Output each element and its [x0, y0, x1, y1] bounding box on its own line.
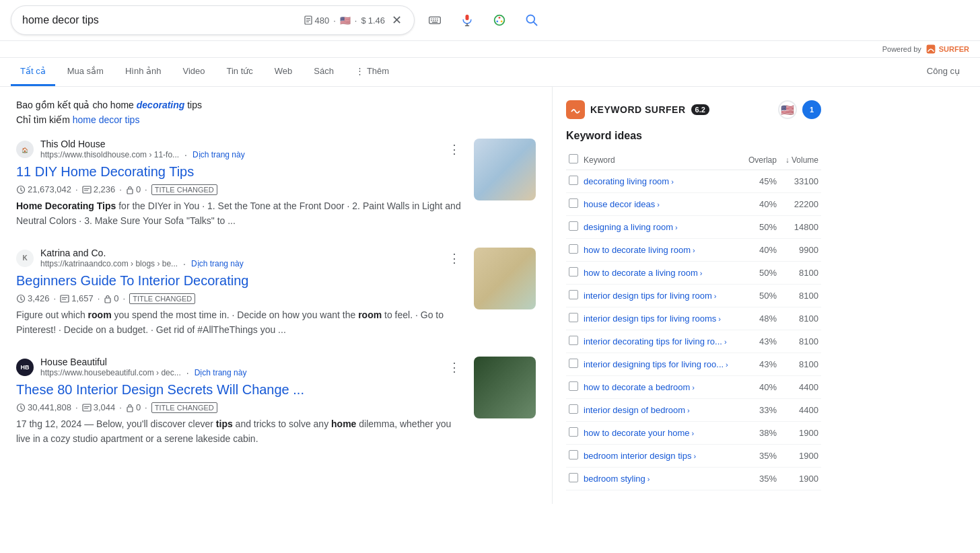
kw-checkbox-1[interactable]: [569, 198, 578, 208]
kw-link-10[interactable]: interior design of bedroom ›: [584, 405, 740, 415]
kw-overlap-1: 40%: [743, 193, 779, 216]
kw-row-text-1: house decor ideas ›: [581, 193, 743, 216]
result-2-lock: 0: [104, 293, 118, 303]
kw-chevron-icon-13: ›: [648, 475, 650, 483]
kw-checkbox-9[interactable]: [569, 381, 578, 391]
keyboard-icon-button[interactable]: [423, 8, 447, 32]
dot-separator-2: ·: [355, 15, 357, 26]
result-3-translate[interactable]: Dịch trang này: [195, 368, 247, 377]
select-all-checkbox[interactable]: [569, 154, 578, 163]
kw-checkbox-2[interactable]: [569, 221, 578, 231]
result-1-favicon: 🏠: [16, 141, 34, 158]
tab-books[interactable]: Sách: [304, 58, 343, 86]
result-3-words: 3,044: [82, 402, 116, 412]
kw-link-11[interactable]: how to decorate your home ›: [584, 428, 740, 438]
svg-rect-32: [61, 295, 69, 302]
col-overlap-header[interactable]: Overlap: [743, 150, 779, 170]
kw-link-12[interactable]: bedroom interior design tips ›: [584, 451, 740, 461]
result-2-translate[interactable]: Dịch trang này: [191, 259, 244, 268]
result-1-translate[interactable]: Dịch trang này: [193, 150, 245, 159]
voice-search-button[interactable]: [455, 8, 479, 32]
kw-overlap-9: 40%: [743, 376, 779, 399]
result-3-view-count: 30,441,808: [28, 402, 71, 412]
tab-all[interactable]: Tất cả: [11, 58, 55, 86]
col-keyword-header[interactable]: Keyword: [581, 150, 743, 170]
kw-checkbox-13[interactable]: [569, 473, 578, 482]
tab-tools[interactable]: Công cụ: [917, 58, 969, 86]
kw-checkbox-7[interactable]: [569, 336, 578, 345]
kw-checkbox-3[interactable]: [569, 244, 578, 254]
svg-rect-30: [127, 189, 133, 194]
kw-link-4[interactable]: how to decorate a living room ›: [584, 268, 740, 278]
kw-volume-7: 8100: [779, 330, 821, 353]
kw-checkbox-11[interactable]: [569, 427, 578, 437]
svg-text:🏠: 🏠: [22, 147, 28, 153]
svg-rect-8: [437, 19, 438, 20]
kw-label-8: interior designing tips for living roo..…: [584, 359, 724, 369]
kw-volume-5: 8100: [779, 285, 821, 307]
kw-checkbox-12[interactable]: [569, 450, 578, 459]
kw-link-5[interactable]: interior design tips for living room ›: [584, 291, 740, 301]
col-volume-header[interactable]: ↓ Volume: [779, 150, 821, 170]
kw-link-8[interactable]: interior designing tips for living roo..…: [584, 359, 740, 369]
kw-checkbox-8[interactable]: [569, 359, 578, 368]
kw-link-2[interactable]: designing a living room ›: [584, 222, 740, 232]
tab-web[interactable]: Web: [265, 58, 302, 86]
result-3-lock: 0: [126, 402, 141, 412]
result-1-more-button[interactable]: ⋮: [446, 139, 463, 159]
page-icon: [304, 15, 313, 25]
tab-more[interactable]: ⋮ Thêm: [346, 58, 398, 86]
tab-images[interactable]: Hình ảnh: [116, 58, 171, 86]
ks-menu-button[interactable]: 1: [802, 100, 821, 119]
result-1-title-badge: TITLE CHANGED: [151, 184, 217, 195]
result-3-thumbnail: [474, 357, 536, 418]
correction-search-link[interactable]: home decor tips: [73, 114, 140, 125]
ks-flag-button[interactable]: 🇺🇸: [778, 100, 797, 119]
result-3-title[interactable]: These 80 Interior Design Secrets Will Ch…: [16, 381, 463, 398]
keyword-table-row: how to decorate living room › 40% 9900: [566, 239, 821, 262]
result-1-title[interactable]: 11 DIY Home Decorating Tips: [16, 163, 463, 180]
kw-link-0[interactable]: decorating living room ›: [584, 176, 740, 186]
search-icon: [525, 13, 538, 27]
kw-chevron-icon-9: ›: [692, 383, 695, 392]
kw-row-text-12: bedroom interior design tips ›: [581, 445, 743, 468]
kw-link-3[interactable]: how to decorate living room ›: [584, 245, 740, 255]
result-3-more-button[interactable]: ⋮: [446, 357, 463, 377]
lens-button[interactable]: [487, 8, 512, 32]
search-button[interactable]: [520, 8, 544, 32]
tab-news[interactable]: Tin tức: [217, 58, 262, 86]
kw-link-13[interactable]: bedroom styling ›: [584, 474, 740, 484]
result-1-snippet: Home Decorating Tips for the DIYer in Yo…: [16, 199, 463, 229]
correction-message: Bao gồm kết quả cho home decorating tips…: [16, 98, 536, 128]
keyword-table-row: how to decorate your home › 38% 1900: [566, 422, 821, 445]
kw-checkbox-5[interactable]: [569, 290, 578, 299]
kw-row-text-0: decorating living room ›: [581, 170, 743, 193]
svg-point-18: [499, 17, 501, 19]
keyword-table-row: interior design tips for living rooms › …: [566, 307, 821, 330]
tab-shopping[interactable]: Mua sắm: [58, 58, 113, 86]
kw-row-text-6: interior design tips for living rooms ›: [581, 307, 743, 330]
kw-checkbox-4[interactable]: [569, 267, 578, 276]
kw-row-checkbox-3: [566, 239, 581, 262]
tab-video[interactable]: Video: [173, 58, 214, 86]
kw-link-7[interactable]: interior decorating tips for living ro..…: [584, 336, 740, 346]
microphone-icon: [460, 13, 474, 27]
result-2-title[interactable]: Beginners Guide To Interior Decorating: [16, 272, 463, 289]
result-3-header: HB House Beautiful https://www.housebeau…: [16, 357, 463, 378]
kw-link-9[interactable]: how to decorate a bedroom ›: [584, 382, 740, 392]
svg-rect-29: [84, 190, 88, 190]
result-2-more-button[interactable]: ⋮: [446, 248, 463, 268]
kw-row-text-5: interior design tips for living room ›: [581, 285, 743, 307]
kw-row-checkbox-12: [566, 445, 581, 468]
clear-button[interactable]: ✕: [390, 11, 403, 29]
col-checkbox-header: [566, 150, 581, 170]
result-1-lock: 0: [126, 184, 141, 194]
kw-link-6[interactable]: interior design tips for living rooms ›: [584, 314, 740, 324]
svg-rect-28: [84, 188, 90, 189]
svg-rect-38: [84, 406, 90, 407]
kw-checkbox-0[interactable]: [569, 176, 578, 185]
kw-checkbox-6[interactable]: [569, 313, 578, 322]
kw-checkbox-10[interactable]: [569, 404, 578, 414]
search-input[interactable]: [22, 14, 298, 26]
kw-link-1[interactable]: house decor ideas ›: [584, 199, 740, 209]
